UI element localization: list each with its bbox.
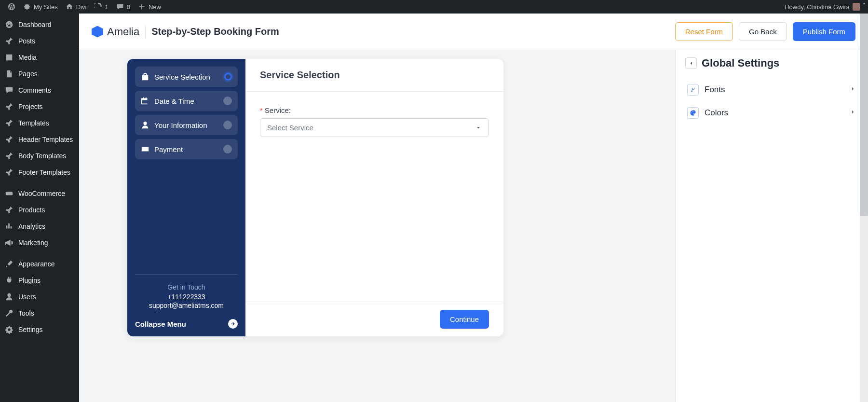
step-date-time[interactable]: Date & Time (135, 91, 238, 111)
wp-admin-sidebar: DashboardPostsMediaPagesCommentsProjects… (0, 14, 79, 402)
pin-icon (5, 206, 14, 214)
amelia-brand-text: Amelia (107, 26, 139, 38)
wp-menu-users[interactable]: Users (0, 289, 79, 305)
wp-menu-header-templates[interactable]: Header Templates (0, 131, 79, 148)
go-back-button[interactable]: Go Back (739, 22, 787, 41)
wp-menu-pages[interactable]: Pages (0, 66, 79, 82)
wp-menu-plugins[interactable]: Plugins (0, 272, 79, 289)
wp-menu-footer-templates[interactable]: Footer Templates (0, 164, 79, 180)
amelia-logo: Amelia (92, 26, 139, 38)
step-payment[interactable]: Payment (135, 139, 238, 159)
wp-menu-media[interactable]: Media (0, 49, 79, 66)
contact-block: Get in Touch +111222333 support@ameliatm… (135, 274, 238, 310)
service-select-placeholder: Select Service (267, 124, 313, 132)
settings-title: Global Settings (702, 57, 779, 69)
page-scrollbar[interactable] (860, 14, 868, 402)
avatar (853, 3, 860, 11)
wp-admin-bar: My Sites Divi 1 0 New Howdy, Christina G… (0, 0, 868, 14)
chevron-left-icon (688, 60, 694, 66)
pages-icon (5, 69, 14, 78)
wp-menu-woocommerce[interactable]: WooCommerce (0, 185, 79, 202)
amelia-logo-icon (92, 26, 103, 38)
my-sites-link[interactable]: My Sites (19, 0, 62, 14)
chevron-right-icon (850, 109, 856, 117)
service-select[interactable]: Select Service (260, 118, 489, 137)
pin-icon (5, 168, 14, 177)
comments-link[interactable]: 0 (112, 0, 134, 14)
step-indicator (224, 73, 232, 81)
wp-menu-projects[interactable]: Projects (0, 98, 79, 115)
calendar-icon (141, 97, 149, 105)
setting-label: Fonts (705, 85, 844, 95)
wp-menu-label: Comments (18, 86, 51, 94)
amelia-header: Amelia Step-by-Step Booking Form Reset F… (79, 14, 868, 50)
palette-icon (690, 110, 696, 116)
wp-menu-comments[interactable]: Comments (0, 82, 79, 98)
wp-menu-products[interactable]: Products (0, 202, 79, 218)
reset-form-button[interactable]: Reset Form (675, 22, 733, 41)
user-icon (141, 121, 149, 129)
new-link[interactable]: New (134, 0, 165, 14)
pin-icon (5, 152, 14, 160)
settings-panel: Global Settings FFontsColors (675, 50, 868, 402)
wp-menu-posts[interactable]: Posts (0, 33, 79, 49)
updates-link[interactable]: 1 (91, 0, 112, 14)
booking-card: Service SelectionDate & TimeYour Informa… (127, 59, 503, 336)
wp-menu-label: Posts (18, 37, 35, 45)
wp-menu-analytics[interactable]: Analytics (0, 218, 79, 235)
brush-icon (5, 260, 14, 268)
menu-separator (0, 251, 79, 256)
continue-button[interactable]: Continue (440, 310, 489, 329)
contact-phone: +111222333 (135, 293, 238, 301)
setting-colors[interactable]: Colors (685, 101, 858, 125)
step-your-information[interactable]: Your Information (135, 115, 238, 135)
booking-sidebar: Service SelectionDate & TimeYour Informa… (127, 59, 245, 336)
booking-body: Service Selection *Service: Select Servi… (245, 59, 503, 336)
wp-menu-label: Projects (18, 103, 43, 111)
wp-menu-body-templates[interactable]: Body Templates (0, 148, 79, 164)
page-title: Step-by-Step Booking Form (151, 26, 279, 37)
contact-title: Get in Touch (135, 283, 238, 291)
main-region: Amelia Step-by-Step Booking Form Reset F… (79, 14, 868, 402)
wp-menu-appearance[interactable]: Appearance (0, 256, 79, 272)
collapse-menu-button[interactable]: Collapse Menu (135, 319, 238, 329)
wp-menu-label: Body Templates (18, 152, 66, 160)
wp-logo[interactable] (4, 0, 19, 14)
pin-icon (5, 37, 14, 45)
publish-form-button[interactable]: Publish Form (793, 22, 855, 41)
wp-menu-settings[interactable]: Settings (0, 321, 79, 338)
wp-menu-label: Analytics (18, 222, 45, 230)
wp-menu-label: Appearance (18, 260, 55, 268)
wp-menu-label: Settings (18, 326, 43, 333)
setting-fonts[interactable]: FFonts (685, 78, 858, 101)
pin-icon (5, 119, 14, 127)
wp-menu-label: Pages (18, 70, 38, 78)
collapse-menu-label: Collapse Menu (135, 320, 186, 328)
dashboard-icon (5, 20, 14, 29)
media-icon (5, 53, 14, 62)
card-icon (141, 145, 149, 153)
plus-icon (138, 3, 146, 11)
wp-menu-tools[interactable]: Tools (0, 305, 79, 321)
refresh-icon (95, 3, 102, 11)
wp-menu-label: Users (18, 293, 36, 301)
chevron-right-icon (850, 85, 856, 94)
step-service-selection[interactable]: Service Selection (135, 67, 238, 87)
bag-icon (141, 72, 149, 81)
step-indicator (223, 145, 232, 153)
user-icon (5, 292, 14, 301)
wp-menu-marketing[interactable]: Marketing (0, 235, 79, 251)
howdy-link[interactable]: Howdy, Christina Gwira (781, 0, 864, 14)
comment-icon (5, 86, 14, 95)
screen-options-toggle[interactable] (860, 0, 868, 7)
site-name-link[interactable]: Divi (62, 0, 91, 14)
wp-menu-templates[interactable]: Templates (0, 115, 79, 131)
settings-back-button[interactable] (685, 57, 697, 69)
wp-menu-label: WooCommerce (18, 190, 65, 197)
wrench-icon (5, 309, 14, 318)
wp-menu-dashboard[interactable]: Dashboard (0, 16, 79, 33)
sites-icon (23, 3, 31, 11)
step-indicator (223, 121, 232, 129)
comments-count: 0 (127, 3, 130, 11)
wp-menu-label: Plugins (18, 277, 41, 284)
